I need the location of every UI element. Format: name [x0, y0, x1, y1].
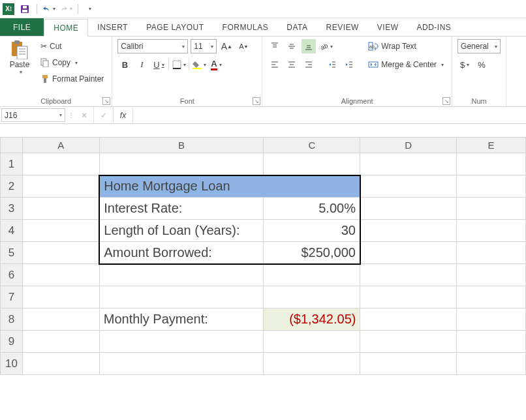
- number-format-select[interactable]: General: [457, 39, 501, 53]
- cell-C9[interactable]: [264, 331, 360, 353]
- cell-A6[interactable]: [22, 264, 99, 286]
- col-header-C[interactable]: C: [264, 138, 360, 153]
- cell-A9[interactable]: [22, 331, 99, 353]
- align-left-button[interactable]: [268, 57, 282, 72]
- cell-E3[interactable]: [457, 198, 526, 220]
- cell-B6[interactable]: [99, 264, 264, 286]
- row-header-3[interactable]: 3: [1, 198, 23, 220]
- increase-font-button[interactable]: A▲: [219, 39, 234, 53]
- cell-E7[interactable]: [457, 286, 526, 308]
- font-dialog-launcher[interactable]: ↘: [253, 97, 260, 105]
- percent-format-button[interactable]: %: [474, 57, 489, 72]
- cell-E6[interactable]: [457, 264, 526, 286]
- cell-C6[interactable]: [264, 264, 360, 286]
- cell-D3[interactable]: [360, 198, 457, 220]
- cell-B7[interactable]: [99, 286, 264, 308]
- cell-A7[interactable]: [22, 286, 99, 308]
- cell-C3[interactable]: 5.00%: [264, 198, 360, 220]
- cell-B4[interactable]: Length of Loan (Years):: [99, 220, 264, 242]
- cell-D2[interactable]: [360, 175, 457, 198]
- cell-A3[interactable]: [22, 198, 99, 220]
- merge-center-button[interactable]: Merge & Center: [365, 57, 446, 72]
- cell-B10[interactable]: [99, 353, 264, 375]
- cell-B5[interactable]: Amount Borrowed:: [99, 242, 264, 264]
- row-header-9[interactable]: 9: [1, 331, 23, 353]
- cell-D4[interactable]: [360, 220, 457, 242]
- name-box[interactable]: J16: [1, 108, 65, 122]
- cell-D5[interactable]: [360, 242, 457, 264]
- enter-formula-button[interactable]: ✓: [94, 107, 114, 123]
- copy-button[interactable]: Copy: [38, 55, 106, 70]
- cut-button[interactable]: ✂ Cut: [38, 39, 106, 53]
- cell-A5[interactable]: [22, 242, 99, 264]
- font-color-button[interactable]: A: [209, 57, 223, 72]
- row-header-5[interactable]: 5: [1, 242, 23, 264]
- tab-review[interactable]: REVIEW: [317, 18, 367, 36]
- cell-D10[interactable]: [360, 353, 457, 375]
- row-header-6[interactable]: 6: [1, 264, 23, 286]
- underline-button[interactable]: U: [151, 57, 166, 72]
- tab-data[interactable]: DATA: [277, 18, 317, 36]
- row-header-4[interactable]: 4: [1, 220, 23, 242]
- col-header-B[interactable]: B: [99, 138, 264, 153]
- bold-button[interactable]: B: [117, 57, 132, 72]
- align-top-button[interactable]: [268, 39, 282, 53]
- cell-E9[interactable]: [457, 331, 526, 353]
- row-header-7[interactable]: 7: [1, 286, 23, 308]
- cell-E8[interactable]: [457, 308, 526, 331]
- cell-B9[interactable]: [99, 331, 264, 353]
- cell-B1[interactable]: [99, 153, 264, 175]
- tab-addins[interactable]: ADD-INS: [408, 18, 461, 36]
- cell-B8[interactable]: Monthly Payment:: [99, 308, 264, 331]
- decrease-indent-button[interactable]: [325, 57, 339, 72]
- increase-indent-button[interactable]: [342, 57, 356, 72]
- cell-C1[interactable]: [264, 153, 360, 175]
- fill-color-button[interactable]: [192, 57, 206, 72]
- align-bottom-button[interactable]: [302, 39, 316, 53]
- customize-qat-icon[interactable]: ▾: [84, 3, 97, 16]
- font-name-select[interactable]: Calibri: [117, 39, 188, 53]
- undo-icon[interactable]: [42, 3, 55, 16]
- paste-button[interactable]: Paste: [5, 39, 34, 75]
- tab-view[interactable]: VIEW: [368, 18, 408, 36]
- cell-C5[interactable]: $250,000: [264, 242, 360, 264]
- cell-A8[interactable]: [22, 308, 99, 331]
- tab-file[interactable]: FILE: [0, 18, 44, 36]
- align-right-button[interactable]: [302, 57, 316, 72]
- cell-A10[interactable]: [22, 353, 99, 375]
- col-header-A[interactable]: A: [22, 138, 99, 153]
- cell-A1[interactable]: [22, 153, 99, 175]
- tab-page-layout[interactable]: PAGE LAYOUT: [137, 18, 213, 36]
- cell-B2[interactable]: Home Mortgage Loan: [99, 175, 360, 198]
- cell-D1[interactable]: [360, 153, 457, 175]
- row-header-10[interactable]: 10: [1, 353, 23, 375]
- font-size-select[interactable]: 11: [191, 39, 217, 53]
- cell-D8[interactable]: [360, 308, 457, 331]
- cell-D9[interactable]: [360, 331, 457, 353]
- accounting-format-button[interactable]: $: [457, 57, 472, 72]
- align-middle-button[interactable]: [285, 39, 299, 53]
- redo-icon[interactable]: [59, 3, 72, 16]
- clipboard-dialog-launcher[interactable]: ↘: [102, 97, 110, 105]
- cell-E5[interactable]: [457, 242, 526, 264]
- borders-button[interactable]: [172, 57, 186, 72]
- cell-E10[interactable]: [457, 353, 526, 375]
- row-header-2[interactable]: 2: [1, 175, 23, 198]
- cell-A2[interactable]: [22, 175, 99, 198]
- cell-A4[interactable]: [22, 220, 99, 242]
- cell-D6[interactable]: [360, 264, 457, 286]
- save-icon[interactable]: [18, 3, 31, 16]
- formula-bar-handle[interactable]: ⋮: [67, 107, 74, 123]
- decrease-font-button[interactable]: A▼: [236, 39, 251, 53]
- insert-function-button[interactable]: fx: [114, 107, 133, 123]
- tab-insert[interactable]: INSERT: [88, 18, 137, 36]
- align-center-button[interactable]: [285, 57, 299, 72]
- cell-E4[interactable]: [457, 220, 526, 242]
- cell-E2[interactable]: [457, 175, 526, 198]
- cell-C8[interactable]: ($1,342.05): [264, 308, 360, 331]
- tab-formulas[interactable]: FORMULAS: [213, 18, 278, 36]
- formula-input[interactable]: [133, 107, 526, 123]
- cell-C4[interactable]: 30: [264, 220, 360, 242]
- cell-E1[interactable]: [457, 153, 526, 175]
- col-header-D[interactable]: D: [360, 138, 457, 153]
